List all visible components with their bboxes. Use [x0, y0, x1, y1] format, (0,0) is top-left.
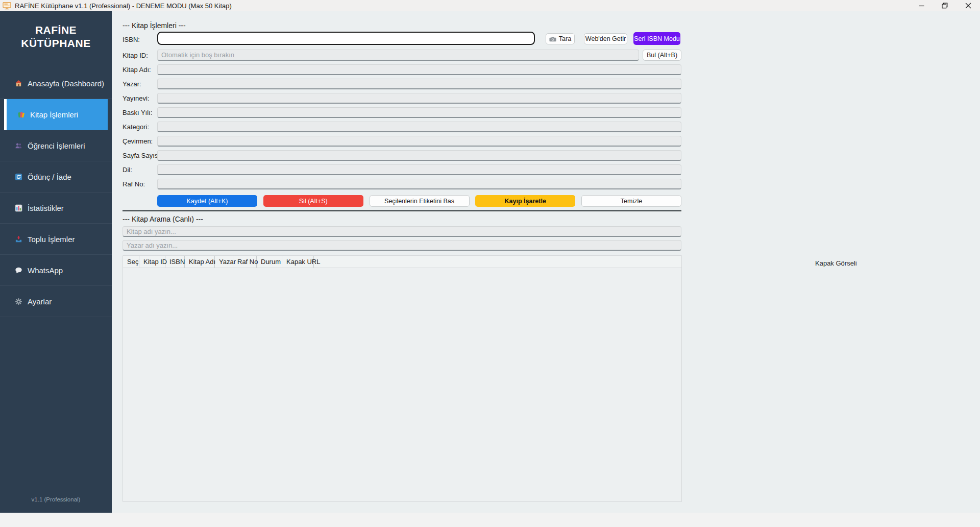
window-title: RAFİNE Kütüphane v1.1 (Professional) - D…	[15, 2, 232, 10]
find-button-label: Bul (Alt+B)	[647, 52, 677, 59]
sidebar-item-istatistikler[interactable]: İstatistikler	[0, 193, 112, 224]
chat-icon	[14, 266, 22, 274]
column-header-filler	[314, 256, 681, 268]
inbox-icon	[14, 235, 22, 243]
column-header-yazar[interactable]: Yazar	[215, 256, 233, 268]
logo-line1: RAFİNE	[0, 23, 112, 37]
print-labels-label: Seçilenlerin Etiketini Bas	[384, 198, 454, 205]
raf-no-label: Raf No:	[122, 179, 145, 189]
yazar-label: Yazar:	[122, 79, 141, 89]
save-button-label: Kaydet (Alt+K)	[187, 198, 228, 205]
kategori-input[interactable]	[157, 122, 681, 132]
close-button[interactable]	[957, 0, 980, 11]
find-button[interactable]: Bul (Alt+B)	[643, 50, 681, 61]
sidebar-item-whatsapp[interactable]: WhatsApp	[0, 255, 112, 286]
baski-yili-input[interactable]	[157, 107, 681, 118]
restore-button[interactable]	[933, 0, 957, 11]
clear-button[interactable]: Temizle	[581, 195, 681, 207]
mark-lost-button[interactable]: Kayıp İşaretle	[475, 195, 575, 207]
column-header-kapak-url[interactable]: Kapak URL	[282, 256, 314, 268]
app-logo: RAFİNE KÜTÜPHANE	[0, 23, 112, 50]
form-row: Raf No:	[112, 179, 980, 189]
column-header-sec[interactable]: Seç	[123, 256, 139, 268]
cevirmen-input[interactable]	[157, 136, 681, 147]
save-button[interactable]: Kaydet (Alt+K)	[157, 195, 257, 207]
book-section-title: --- Kitap İşlemleri ---	[122, 21, 186, 30]
dil-label: Dil:	[122, 164, 132, 175]
window-bottom-strip	[0, 513, 980, 527]
column-header-kitap-id[interactable]: Kitap ID	[139, 256, 165, 268]
serial-isbn-mode-button[interactable]: Seri ISBN Modu	[633, 32, 680, 45]
sidebar-item-odunc-iade[interactable]: Ödünç / İade	[0, 161, 112, 193]
version-label: v1.1 (Professional)	[0, 496, 112, 502]
sidebar-item-anasayfa[interactable]: Anasayfa (Dashboard)	[0, 68, 112, 99]
isbn-input[interactable]	[157, 32, 535, 45]
column-header-raf-no[interactable]: Raf No	[233, 256, 257, 268]
books-icon	[17, 111, 25, 119]
yazar-input[interactable]	[157, 79, 681, 89]
kitap-id-input[interactable]	[157, 50, 639, 61]
column-header-durum[interactable]: Durum	[257, 256, 282, 268]
sidebar-item-toplu-islemler[interactable]: Toplu İşlemler	[0, 224, 112, 255]
action-buttons: Kaydet (Alt+K) Sil (Alt+S) Seçilenlerin …	[157, 195, 681, 207]
form-row: Dil:	[112, 164, 980, 175]
search-author-input[interactable]	[122, 240, 681, 251]
table-body-empty	[123, 268, 681, 502]
form-row: Kategori:	[112, 122, 980, 132]
section-divider	[122, 210, 681, 211]
web-fetch-button-label: Web'den Getir	[585, 35, 626, 42]
delete-button[interactable]: Sil (Alt+S)	[263, 195, 363, 207]
isbn-label: ISBN:	[122, 36, 140, 43]
yayinevi-input[interactable]	[157, 93, 681, 104]
minimize-button[interactable]	[910, 0, 933, 11]
cover-image-label: Kapak Görseli	[815, 259, 857, 267]
clear-button-label: Temizle	[621, 198, 642, 205]
sidebar-item-label: Anasayfa (Dashboard)	[28, 79, 104, 88]
house-icon	[14, 79, 22, 87]
search-section-title: --- Kitap Arama (Canlı) ---	[122, 215, 203, 223]
scan-button[interactable]: Tara	[546, 33, 575, 44]
column-header-kitap-adi[interactable]: Kitap Adı	[185, 256, 215, 268]
scan-button-label: Tara	[559, 35, 571, 42]
dil-input[interactable]	[157, 164, 681, 175]
camera-icon	[549, 36, 556, 42]
people-icon	[14, 141, 22, 150]
app-icon	[3, 2, 11, 10]
sayfa-sayisi-input[interactable]	[157, 150, 681, 161]
sidebar: RAFİNE KÜTÜPHANE Anasayfa (Dashboard)	[0, 11, 112, 513]
baski-yili-label: Baskı Yılı:	[122, 107, 152, 118]
kitap-adi-input[interactable]	[157, 64, 681, 75]
print-labels-button[interactable]: Seçilenlerin Etiketini Bas	[370, 195, 470, 207]
title-bar: RAFİNE Kütüphane v1.1 (Professional) - D…	[0, 0, 980, 11]
delete-button-label: Sil (Alt+S)	[299, 198, 328, 205]
kategori-label: Kategori:	[122, 122, 149, 132]
form-row: Sayfa Sayısı:	[112, 150, 980, 161]
sidebar-item-kitap-islemleri[interactable]: Kitap İşlemleri	[4, 99, 108, 130]
sidebar-item-label: Ayarlar	[28, 297, 52, 306]
book-results-table: Seç Kitap ID ISBN Kitap Adı Yazar Raf No…	[122, 255, 682, 502]
sayfa-sayisi-label: Sayfa Sayısı:	[122, 150, 162, 161]
form-row: Baskı Yılı:	[112, 107, 980, 118]
sidebar-item-label: Öğrenci İşlemleri	[28, 141, 85, 150]
refresh-icon	[14, 173, 22, 181]
sidebar-nav: Anasayfa (Dashboard) Kitap İşlemleri	[0, 68, 112, 317]
form-row: Yayınevi:	[112, 93, 980, 104]
main-content: --- Kitap İşlemleri --- ISBN: Tara Web'd…	[112, 11, 980, 513]
column-header-isbn[interactable]: ISBN	[165, 256, 185, 268]
yayinevi-label: Yayınevi:	[122, 93, 150, 104]
form-row: Kitap Adı:	[112, 64, 980, 75]
raf-no-input[interactable]	[157, 179, 681, 189]
kitap-id-label: Kitap ID:	[122, 52, 148, 59]
sidebar-item-label: Toplu İşlemler	[28, 235, 75, 244]
kitap-adi-label: Kitap Adı:	[122, 64, 151, 75]
stats-icon	[14, 204, 22, 212]
form-row: Yazar:	[112, 79, 980, 89]
sidebar-item-ogrenci-islemleri[interactable]: Öğrenci İşlemleri	[0, 130, 112, 161]
search-book-name-input[interactable]	[122, 226, 681, 237]
app-window: RAFİNE Kütüphane v1.1 (Professional) - D…	[0, 0, 980, 527]
mark-lost-label: Kayıp İşaretle	[505, 198, 546, 205]
logo-line2: KÜTÜPHANE	[0, 37, 112, 50]
web-fetch-button[interactable]: Web'den Getir	[584, 33, 627, 44]
sidebar-item-ayarlar[interactable]: Ayarlar	[0, 286, 112, 317]
sidebar-item-label: WhatsApp	[28, 266, 63, 275]
